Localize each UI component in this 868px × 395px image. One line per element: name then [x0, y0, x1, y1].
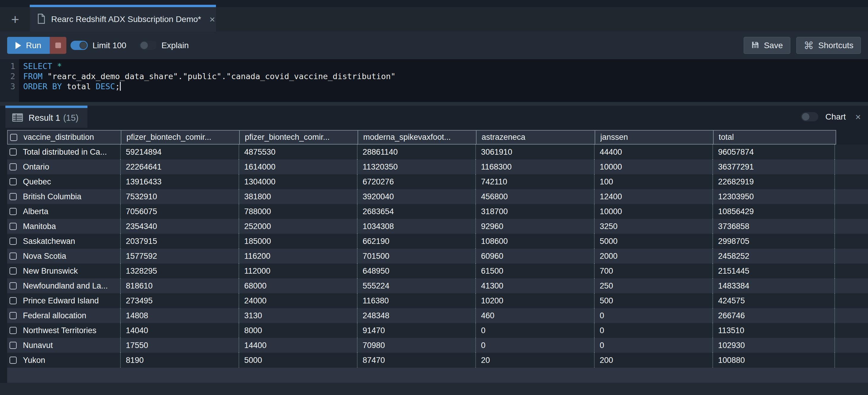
column-header-3[interactable]: moderna_spikevaxfoot...	[358, 130, 476, 144]
row-value-cell: 108600	[476, 234, 595, 249]
editor-line: 2 FROM "rearc_adx_demo_data_share"."publ…	[0, 71, 868, 81]
sql-text: ;	[115, 82, 120, 91]
row-value-cell: 112000	[239, 264, 358, 278]
row-checkbox[interactable]	[9, 238, 17, 245]
table-header-row: vaccine_distributionpfizer_biontech_comi…	[7, 130, 836, 145]
row-value: 17550	[126, 341, 148, 350]
row-value-cell: 381800	[239, 189, 358, 204]
tab-close-icon[interactable]: ×	[209, 14, 215, 24]
row-checkbox[interactable]	[9, 148, 17, 156]
row-checkbox[interactable]	[9, 327, 17, 334]
row-value: 0	[600, 341, 604, 350]
row-label: Yukon	[23, 356, 45, 365]
row-value-cell: 22264641	[121, 159, 239, 174]
row-value-cell: 3061910	[476, 145, 595, 159]
row-label-cell: Newfoundland and La...	[7, 278, 121, 293]
row-checkbox[interactable]	[9, 223, 17, 230]
row-checkbox[interactable]	[9, 312, 17, 319]
run-button-label: Run	[26, 41, 41, 50]
table-row: Quebec1391643313040006720276742110100226…	[7, 174, 868, 189]
result-tab-count: (15)	[63, 113, 79, 123]
row-value-cell: 2354340	[121, 219, 239, 234]
column-header-label: pfizer_biontech_comir...	[126, 133, 211, 142]
row-checkbox[interactable]	[9, 282, 17, 290]
row-value: 44400	[600, 148, 622, 157]
table-row: Yukon819050008747020200100880	[7, 353, 868, 368]
sql-editor[interactable]: 1 SELECT * 2 FROM "rearc_adx_demo_data_s…	[0, 59, 868, 102]
result-tab[interactable]: Result 1 (15)	[5, 105, 88, 128]
row-value-cell: 456800	[476, 189, 595, 204]
row-value: 113510	[718, 326, 744, 335]
tab-title: Rearc Redshift ADX Subscription Demo*	[51, 14, 201, 24]
row-checkbox[interactable]	[9, 252, 17, 260]
table-row: Manitoba23543402520001034308929603250373…	[7, 219, 868, 234]
table-footer-strip	[7, 368, 868, 383]
row-value: 456800	[481, 192, 508, 201]
column-header-5[interactable]: janssen	[595, 130, 714, 144]
row-checkbox[interactable]	[9, 297, 17, 304]
row-value-cell: 1168300	[476, 159, 595, 174]
row-value: 248348	[363, 311, 390, 320]
row-value-cell: 2998705	[713, 234, 835, 249]
row-value: 2037915	[126, 237, 157, 246]
row-value-cell: 13916433	[121, 174, 239, 189]
stop-button[interactable]	[50, 37, 66, 54]
row-value-cell: 100880	[713, 353, 835, 368]
column-header-label: moderna_spikevaxfoot...	[363, 133, 451, 142]
row-label-cell: Saskatchewan	[7, 234, 121, 249]
table-body: Total distributed in Ca...59214894487553…	[7, 145, 868, 368]
limit-toggle[interactable]	[70, 41, 88, 50]
tab-rearc-redshift-adx-subscription-demo[interactable]: Rearc Redshift ADX Subscription Demo* ×	[30, 5, 216, 32]
explain-toggle[interactable]	[140, 41, 157, 50]
row-value: 318700	[481, 207, 508, 216]
row-value-cell: 5000	[595, 234, 713, 249]
column-header-0[interactable]: vaccine_distribution	[8, 130, 121, 144]
table-row: Total distributed in Ca...59214894487553…	[7, 145, 868, 159]
row-checkbox[interactable]	[9, 178, 17, 185]
row-checkbox[interactable]	[9, 357, 17, 364]
row-value-cell: 2683654	[358, 204, 476, 219]
row-value: 60960	[481, 252, 503, 261]
row-label-cell: Nunavut	[7, 338, 121, 353]
shortcuts-button[interactable]: ⌘ Shortcuts	[796, 37, 861, 54]
row-value: 2151445	[718, 267, 749, 276]
row-value-cell: 60960	[476, 249, 595, 264]
row-value-cell: 266746	[713, 308, 835, 323]
run-button[interactable]: Run	[7, 37, 50, 54]
row-value-cell: 1034308	[358, 219, 476, 234]
column-header-4[interactable]: astrazeneca	[476, 130, 595, 144]
shortcuts-button-label: Shortcuts	[818, 41, 854, 50]
row-checkbox[interactable]	[9, 163, 17, 171]
row-value: 8000	[244, 326, 262, 335]
row-checkbox[interactable]	[9, 193, 17, 200]
row-value-cell: 7532910	[121, 189, 239, 204]
new-tab-button[interactable]: +	[8, 7, 23, 32]
line-number: 2	[0, 72, 19, 81]
row-value-cell: 8000	[239, 323, 358, 338]
column-header-2[interactable]: pfizer_biontech_comir...	[240, 130, 358, 144]
row-value-cell: 5000	[239, 353, 358, 368]
row-label-cell: Manitoba	[7, 219, 121, 234]
row-value-cell: 3736858	[713, 219, 835, 234]
row-value-cell: 3920040	[358, 189, 476, 204]
column-header-6[interactable]: total	[714, 130, 834, 144]
panel-resize-divider[interactable]	[0, 102, 868, 105]
row-value: 0	[600, 326, 604, 335]
chart-toggle[interactable]	[801, 112, 818, 121]
column-header-1[interactable]: pfizer_biontech_comir...	[121, 130, 240, 144]
results-close-icon[interactable]: ×	[855, 112, 861, 122]
save-button[interactable]: Save	[744, 37, 790, 54]
row-value: 22682919	[718, 177, 754, 186]
row-value-cell: 61500	[476, 264, 595, 278]
row-checkbox[interactable]	[9, 267, 17, 275]
select-all-checkbox[interactable]	[10, 134, 17, 141]
row-value: 92960	[481, 222, 503, 231]
row-label-cell: Federal allocation	[7, 308, 121, 323]
row-value: 10200	[481, 296, 503, 305]
row-checkbox[interactable]	[9, 208, 17, 215]
row-value: 10000	[600, 162, 622, 172]
sql-keyword: ORDER BY	[23, 82, 62, 91]
play-icon	[16, 42, 21, 49]
editor-line: 1 SELECT *	[0, 61, 868, 71]
row-checkbox[interactable]	[9, 342, 17, 349]
